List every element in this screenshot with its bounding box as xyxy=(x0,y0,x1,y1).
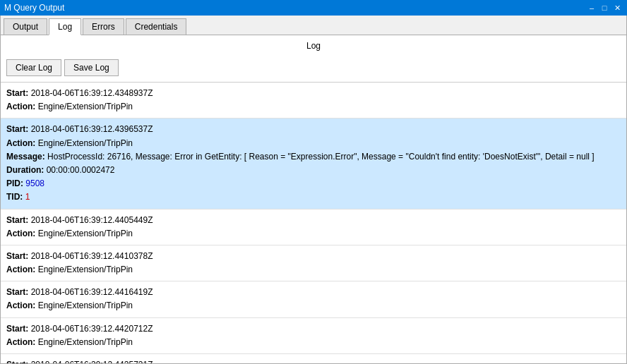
field-label: Action: xyxy=(6,229,35,238)
log-entry[interactable]: Start: 2018-04-06T16:39:12.4420712ZActio… xyxy=(1,318,626,354)
minimize-button[interactable]: – xyxy=(586,2,597,13)
log-entry[interactable]: Start: 2018-04-06T16:39:12.4410378ZActio… xyxy=(1,245,626,281)
field-label: PID: xyxy=(6,178,23,188)
field-value: Engine/Extension/TripPin xyxy=(38,229,133,238)
field-value: Engine/Extension/TripPin xyxy=(38,337,133,347)
close-button[interactable]: ✕ xyxy=(611,2,623,13)
field-value: 2018-04-06T16:39:12.4396537Z xyxy=(31,124,153,134)
tab-errors[interactable]: Errors xyxy=(83,18,124,35)
field-value: 1 xyxy=(25,192,30,202)
field-label: Message: xyxy=(6,152,45,162)
window-title: M Query Output xyxy=(4,3,64,13)
title-bar: M Query Output – □ ✕ xyxy=(0,0,627,16)
field-label: Action: xyxy=(6,301,35,310)
window-controls: – □ ✕ xyxy=(586,2,623,13)
field-value: Engine/Extension/TripPin xyxy=(38,102,133,111)
field-label: Start: xyxy=(6,88,28,98)
log-title: Log xyxy=(1,35,626,56)
log-entry[interactable]: Start: 2018-04-06T16:39:12.4416419ZActio… xyxy=(1,281,626,317)
clear-log-button[interactable]: Clear Log xyxy=(6,59,61,76)
field-value: 9508 xyxy=(25,178,44,188)
field-value: HostProcessId: 26716, Message: Error in … xyxy=(47,152,595,162)
field-label: Start: xyxy=(6,324,28,334)
log-entry[interactable]: Start: 2018-04-06T16:39:12.4396537ZActio… xyxy=(1,119,626,209)
field-label: Start: xyxy=(6,360,28,363)
field-value: Engine/Extension/TripPin xyxy=(38,138,133,148)
field-label: TID: xyxy=(6,192,23,202)
field-value: 2018-04-06T16:39:12.4416419Z xyxy=(31,287,153,297)
content-area: Log Clear Log Save Log Start: 2018-04-06… xyxy=(1,35,626,363)
log-container[interactable]: Start: 2018-04-06T16:39:12.4348937ZActio… xyxy=(1,82,626,363)
log-entry[interactable]: Start: 2018-04-06T16:39:12.4425721ZActio… xyxy=(1,354,626,363)
field-label: Action: xyxy=(6,138,35,148)
field-label: Start: xyxy=(6,124,28,134)
maximize-button[interactable]: □ xyxy=(599,2,610,13)
field-value: 2018-04-06T16:39:12.4425721Z xyxy=(31,360,153,363)
field-label: Start: xyxy=(6,251,28,261)
tab-log[interactable]: Log xyxy=(49,18,81,35)
field-label: Start: xyxy=(6,287,28,297)
field-value: 2018-04-06T16:39:12.4405449Z xyxy=(31,215,153,225)
window-body: Output Log Errors Credentials Log Clear … xyxy=(0,16,627,364)
field-value: 2018-04-06T16:39:12.4420712Z xyxy=(31,324,153,334)
tab-output[interactable]: Output xyxy=(4,18,47,35)
field-label: Duration: xyxy=(6,165,44,175)
field-value: 2018-04-06T16:39:12.4348937Z xyxy=(31,88,153,98)
tab-credentials[interactable]: Credentials xyxy=(126,18,187,35)
field-label: Action: xyxy=(6,337,35,347)
field-label: Start: xyxy=(6,215,28,225)
log-entry[interactable]: Start: 2018-04-06T16:39:12.4405449ZActio… xyxy=(1,210,626,245)
log-entry[interactable]: Start: 2018-04-06T16:39:12.4348937ZActio… xyxy=(1,83,626,119)
save-log-button[interactable]: Save Log xyxy=(64,59,119,76)
field-label: Action: xyxy=(6,102,35,111)
field-value: 00:00:00.0002472 xyxy=(47,165,115,175)
tab-bar: Output Log Errors Credentials xyxy=(1,16,626,35)
toolbar: Clear Log Save Log xyxy=(1,56,626,82)
field-label: Action: xyxy=(6,265,35,274)
field-value: Engine/Extension/TripPin xyxy=(38,265,133,274)
field-value: Engine/Extension/TripPin xyxy=(38,301,133,310)
field-value: 2018-04-06T16:39:12.4410378Z xyxy=(31,251,153,261)
